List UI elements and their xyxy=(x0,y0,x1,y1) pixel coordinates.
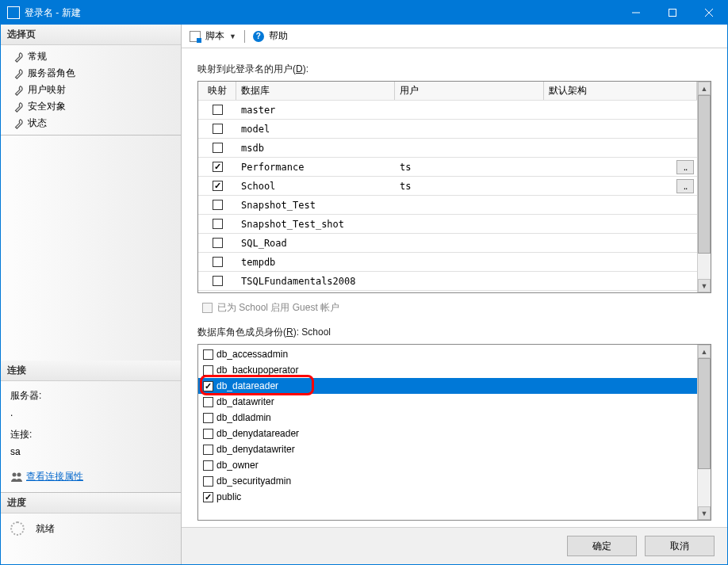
db-cell[interactable]: School xyxy=(236,177,395,195)
schema-cell[interactable] xyxy=(544,253,697,271)
role-item[interactable]: db_denydatawriter xyxy=(198,441,697,457)
script-button[interactable]: 脚本 xyxy=(205,29,224,43)
map-checkbox[interactable] xyxy=(213,238,223,248)
maximize-button[interactable] xyxy=(654,1,691,25)
table-row[interactable]: master xyxy=(198,101,697,120)
map-checkbox[interactable] xyxy=(213,276,223,286)
role-item[interactable]: db_accessadmin xyxy=(198,346,697,362)
table-row[interactable]: tempdb xyxy=(198,253,697,272)
role-checkbox[interactable] xyxy=(203,381,213,391)
col-schema[interactable]: 默认架构 xyxy=(544,82,697,100)
db-cell[interactable]: msdb xyxy=(236,139,395,157)
roles-scrollbar[interactable]: ▲ ▼ xyxy=(697,345,711,520)
user-cell[interactable] xyxy=(395,272,544,290)
role-item[interactable]: db_securityadmin xyxy=(198,473,697,489)
col-user[interactable]: 用户 xyxy=(395,82,544,100)
help-icon: ? xyxy=(253,31,264,42)
role-item[interactable]: db_datareader xyxy=(198,378,697,394)
schema-cell[interactable]: .. xyxy=(544,177,697,195)
role-item[interactable]: db_ddladmin xyxy=(198,410,697,426)
col-map[interactable]: 映射 xyxy=(198,82,236,100)
titlebar[interactable]: 登录名 - 新建 xyxy=(1,1,727,25)
role-checkbox[interactable] xyxy=(203,492,213,502)
table-row[interactable]: msdb xyxy=(198,139,697,158)
db-cell[interactable]: Snapshot_Test_shot xyxy=(236,215,395,233)
map-checkbox[interactable] xyxy=(213,181,223,191)
table-row[interactable]: model xyxy=(198,120,697,139)
user-cell[interactable]: ts xyxy=(395,177,544,195)
map-checkbox[interactable] xyxy=(213,124,223,134)
minimize-button[interactable] xyxy=(618,1,654,25)
scroll-up-icon[interactable]: ▲ xyxy=(698,345,711,358)
role-checkbox[interactable] xyxy=(203,365,213,376)
schema-cell[interactable]: .. xyxy=(544,158,697,176)
mapping-scrollbar[interactable]: ▲ ▼ xyxy=(697,82,711,292)
browse-schema-button[interactable]: .. xyxy=(676,160,694,174)
role-checkbox[interactable] xyxy=(203,429,213,439)
db-cell[interactable]: model xyxy=(236,120,395,138)
table-row[interactable]: SQL_Road xyxy=(198,234,697,253)
map-checkbox[interactable] xyxy=(213,105,223,115)
browse-schema-button[interactable]: .. xyxy=(676,179,694,193)
role-item[interactable]: db_denydatareader xyxy=(198,426,697,441)
schema-cell[interactable] xyxy=(544,101,697,119)
db-cell[interactable]: SQL_Road xyxy=(236,234,395,252)
role-item[interactable]: db_owner xyxy=(198,457,697,473)
user-cell[interactable] xyxy=(395,253,544,271)
schema-cell[interactable] xyxy=(544,139,697,157)
schema-cell[interactable] xyxy=(544,234,697,252)
role-checkbox[interactable] xyxy=(203,476,213,487)
scroll-up-icon[interactable]: ▲ xyxy=(698,82,711,95)
role-checkbox[interactable] xyxy=(203,413,213,423)
map-checkbox[interactable] xyxy=(213,219,223,229)
script-dropdown-icon[interactable]: ▼ xyxy=(229,32,236,40)
nav-item-2[interactable]: 用户映射 xyxy=(1,82,181,98)
role-checkbox[interactable] xyxy=(203,397,213,407)
cancel-button[interactable]: 取消 xyxy=(645,536,715,556)
table-row[interactable]: Schoolts.. xyxy=(198,177,697,196)
table-row[interactable]: Snapshot_Test xyxy=(198,196,697,215)
role-item[interactable]: db_datawriter xyxy=(198,394,697,410)
db-cell[interactable]: tempdb xyxy=(236,253,395,271)
user-cell[interactable] xyxy=(395,196,544,214)
nav-item-0[interactable]: 常规 xyxy=(1,48,181,65)
schema-cell[interactable] xyxy=(544,272,697,290)
table-row[interactable]: Performancets.. xyxy=(198,158,697,177)
view-connection-properties-link[interactable]: 查看连接属性 xyxy=(26,468,83,486)
table-row[interactable]: Snapshot_Test_shot xyxy=(198,215,697,234)
col-db[interactable]: 数据库 xyxy=(236,82,395,100)
nav-item-4[interactable]: 状态 xyxy=(1,115,181,132)
scroll-down-icon[interactable]: ▼ xyxy=(698,506,711,520)
schema-cell[interactable] xyxy=(544,120,697,138)
role-checkbox[interactable] xyxy=(203,460,213,471)
ok-button[interactable]: 确定 xyxy=(567,536,637,556)
help-button[interactable]: 帮助 xyxy=(269,29,288,43)
table-row[interactable]: TSQLFundamentals2008 xyxy=(198,272,697,291)
close-button[interactable] xyxy=(691,1,727,25)
db-cell[interactable]: Snapshot_Test xyxy=(236,196,395,214)
user-cell[interactable]: ts xyxy=(395,158,544,176)
role-checkbox[interactable] xyxy=(203,445,213,455)
db-cell[interactable]: Performance xyxy=(236,158,395,176)
scroll-thumb[interactable] xyxy=(698,95,711,254)
role-checkbox[interactable] xyxy=(203,349,213,360)
nav-item-1[interactable]: 服务器角色 xyxy=(1,65,181,82)
map-checkbox[interactable] xyxy=(213,200,223,210)
schema-cell[interactable] xyxy=(544,196,697,214)
role-item[interactable]: public xyxy=(198,489,697,505)
map-checkbox[interactable] xyxy=(213,162,223,172)
user-cell[interactable] xyxy=(395,215,544,233)
scroll-thumb[interactable] xyxy=(698,358,711,469)
db-cell[interactable]: TSQLFundamentals2008 xyxy=(236,272,395,290)
map-checkbox[interactable] xyxy=(213,143,223,153)
map-checkbox[interactable] xyxy=(213,257,223,267)
user-cell[interactable] xyxy=(395,234,544,252)
user-cell[interactable] xyxy=(395,101,544,119)
schema-cell[interactable] xyxy=(544,215,697,233)
nav-item-3[interactable]: 安全对象 xyxy=(1,98,181,115)
user-cell[interactable] xyxy=(395,120,544,138)
user-cell[interactable] xyxy=(395,139,544,157)
scroll-down-icon[interactable]: ▼ xyxy=(698,279,711,292)
role-item[interactable]: db_backupoperator xyxy=(198,362,697,378)
db-cell[interactable]: master xyxy=(236,101,395,119)
